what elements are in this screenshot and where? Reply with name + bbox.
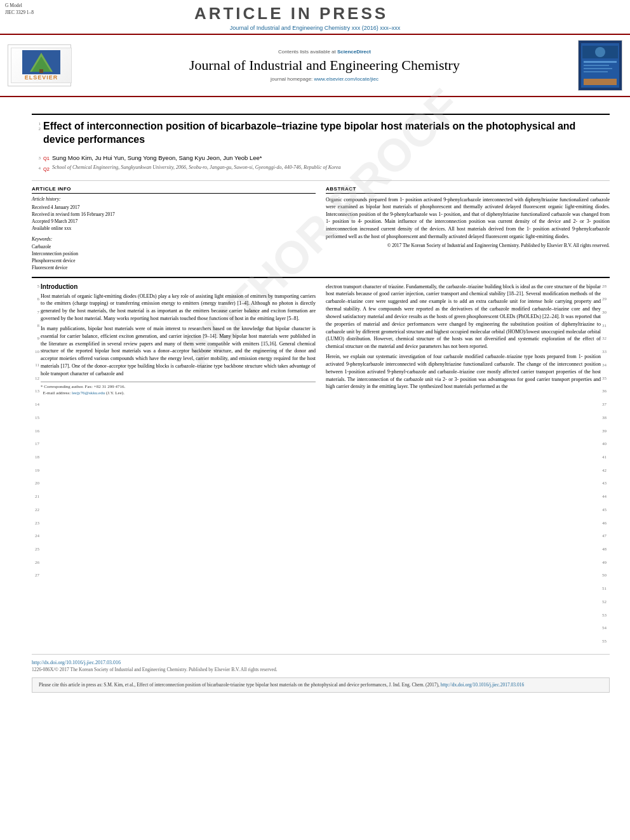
keyword-3: Phosphorescent device	[32, 257, 316, 264]
citation-text: S.M. Kim, et al., Effect of interconnect…	[104, 682, 439, 688]
journal-cover	[578, 40, 622, 91]
paper-title: Effect of interconnection position of bi…	[43, 120, 610, 147]
svg-rect-3	[39, 69, 43, 73]
article-info-abstract: AUTHOR PROOF ARTICLE INFO Article histor…	[32, 186, 610, 272]
q1-label: Q1	[43, 156, 50, 161]
article-info-header: ARTICLE INFO	[32, 186, 316, 194]
article-info-col: ARTICLE INFO Article history: Received 4…	[32, 186, 316, 272]
journal-title-banner: Journal of Industrial and Engineering Ch…	[0, 23, 630, 35]
homepage-link[interactable]: www.elsevier.com/locate/jiec	[314, 76, 379, 82]
top-header: G Model JIEC 3329 1–8 ARTICLE IN PRESS	[0, 0, 630, 23]
title-section: 12 Effect of interconnection position of…	[32, 102, 610, 178]
contents-label: Contents lists available at ScienceDirec…	[79, 49, 570, 55]
keyword-4: Fluorescent device	[32, 264, 316, 271]
cover-thumbnail	[578, 40, 622, 91]
article-in-press-banner: ARTICLE IN PRESS	[34, 3, 549, 23]
intro-title: Introduction	[41, 283, 316, 290]
left-para-2: In many publications, bipolar host mater…	[41, 325, 316, 378]
q2-label: Q2	[43, 166, 50, 172]
svg-point-7	[595, 47, 605, 57]
left-col-content: Introduction Host materials of organic l…	[41, 283, 316, 651]
elsevier-logo-box: ELSEVIER	[8, 44, 71, 86]
left-line-numbers: 5 6 7 8 9 10 11 12 13 14 15 16 17 18 19 …	[32, 283, 41, 651]
right-para-1: electron transport character of triazine…	[326, 283, 601, 350]
body-two-col: 5 6 7 8 9 10 11 12 13 14 15 16 17 18 19 …	[32, 283, 610, 651]
title-main-col: Effect of interconnection position of bi…	[43, 120, 610, 152]
title-top-rule	[32, 114, 610, 115]
affiliation: School of Chemical Engineering, Sungkyun…	[52, 164, 340, 170]
svg-rect-11	[584, 71, 608, 72]
svg-rect-8	[584, 61, 617, 63]
elsevier-text-label: ELSEVIER	[25, 74, 58, 81]
line-num-3: 3	[32, 154, 41, 161]
left-para-1: Host materials of organic light-emitting…	[41, 293, 316, 323]
right-line-numbers: 28 29 30 31 32 33 34 35 36 37 38 39 40 4…	[601, 283, 610, 651]
copyright-bottom: 1226-086X/© 2017 The Korean Society of I…	[32, 667, 610, 672]
right-col-content: electron transport character of triazine…	[326, 283, 601, 651]
abstract-col: ABSTRACT Organic compounds prepared from…	[326, 186, 610, 272]
elsevier-tree-icon	[22, 50, 60, 74]
cover-image-icon	[579, 41, 622, 90]
right-para-2: Herein, we explain our systematic invest…	[326, 353, 601, 390]
citation-doi-link[interactable]: http://dx.doi.org/10.1016/j.jiec.2017.03…	[441, 682, 524, 688]
accepted-date: Accepted 9 March 2017	[32, 218, 316, 225]
journal-code: JIEC 3329 1–8	[5, 10, 34, 17]
doi-section: http://dx.doi.org/10.1016/j.jiec.2017.03…	[32, 660, 610, 665]
citation-label: Please cite this article in press as:	[39, 682, 102, 688]
abstract-text: Organic compounds prepared from 1- posit…	[326, 196, 610, 241]
title-line-wrap: 12 Effect of interconnection position of…	[32, 120, 610, 152]
model-label: G Model	[5, 3, 34, 10]
email-link[interactable]: leejy76@skku.edu	[72, 390, 105, 396]
keywords-label: Keywords:	[32, 236, 316, 242]
doi-divider	[32, 654, 610, 655]
abstract-header: ABSTRACT	[326, 186, 610, 194]
received-date: Received 4 January 2017	[32, 204, 316, 211]
citation-box: Please cite this article in press as: S.…	[32, 677, 610, 693]
main-content: 12 Effect of interconnection position of…	[0, 97, 630, 698]
journal-name: Journal of Industrial and Engineering Ch…	[79, 57, 570, 74]
journal-header: ELSEVIER Contents lists available at Sci…	[0, 35, 630, 97]
model-info: G Model JIEC 3329 1–8	[5, 3, 34, 16]
journal-homepage: journal homepage: www.elsevier.com/locat…	[79, 76, 570, 82]
keyword-1: Carbazole	[32, 243, 316, 250]
right-body-wrap: electron transport character of triazine…	[326, 283, 610, 651]
journal-full-title: Journal of Industrial and Engineering Ch…	[230, 25, 401, 31]
line-num-1: 12	[32, 120, 41, 131]
svg-rect-10	[584, 68, 612, 69]
footnote: * Corresponding author. Fax: +82 31 299 …	[41, 382, 316, 397]
journal-info-center: Contents lists available at ScienceDirec…	[79, 49, 570, 82]
article-history-label: Article history:	[32, 196, 316, 202]
received-revised: Received in revised form 16 February 201…	[32, 211, 316, 218]
elsevier-logo: ELSEVIER	[11, 48, 72, 83]
keywords-section: Keywords: Carbazole Interconnection posi…	[32, 236, 316, 272]
article-in-press-title: ARTICLE IN PRESS	[34, 4, 549, 23]
sciencedirect-link[interactable]: ScienceDirect	[337, 49, 371, 55]
page: G Model JIEC 3329 1–8 ARTICLE IN PRESS J…	[0, 0, 630, 698]
authors: Sung Moo Kim, Ju Hui Yun, Sung Yong Byeo…	[52, 154, 262, 161]
keyword-2: Interconnection position	[32, 250, 316, 257]
body-top-rule	[32, 277, 610, 278]
svg-rect-12	[584, 79, 617, 85]
available-online: Available online xxx	[32, 225, 316, 232]
svg-rect-9	[584, 65, 609, 66]
left-body-wrap: 5 6 7 8 9 10 11 12 13 14 15 16 17 18 19 …	[32, 283, 316, 651]
abstract-copyright: © 2017 The Korean Society of Industrial …	[326, 243, 610, 248]
section-divider	[32, 180, 610, 181]
doi-link[interactable]: http://dx.doi.org/10.1016/j.jiec.2017.03…	[32, 660, 121, 665]
line-num-4: 4	[32, 164, 41, 171]
